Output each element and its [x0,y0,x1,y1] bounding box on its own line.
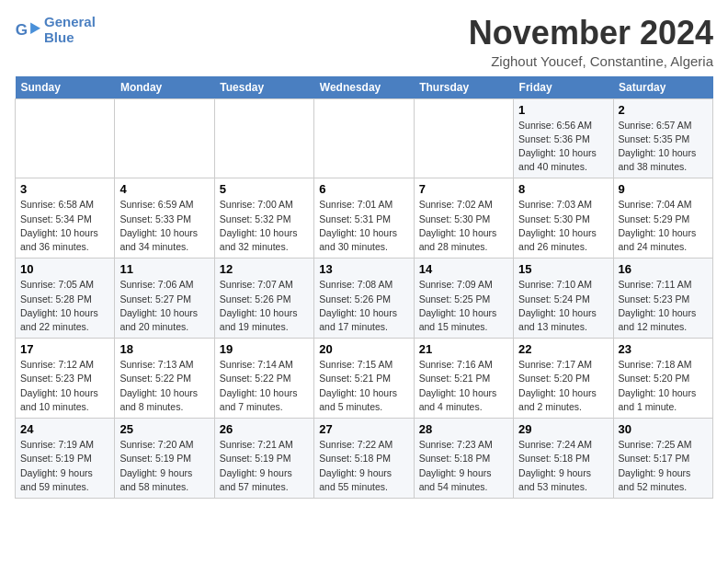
logo-text: General Blue [44,15,96,45]
day-number: 26 [220,422,309,436]
calendar-cell: 6Sunrise: 7:01 AMSunset: 5:31 PMDaylight… [314,178,414,259]
day-info: Sunrise: 7:00 AMSunset: 5:32 PMDaylight:… [220,198,309,254]
day-info: Sunrise: 6:57 AMSunset: 5:35 PMDaylight:… [619,119,708,175]
day-number: 20 [319,342,408,356]
page-header: G General Blue November 2024 Zighout You… [15,15,713,69]
calendar-cell: 19Sunrise: 7:14 AMSunset: 5:22 PMDayligh… [214,339,313,419]
day-number: 18 [119,342,209,356]
calendar-cell: 22Sunrise: 7:17 AMSunset: 5:20 PMDayligh… [514,339,613,419]
calendar-cell [314,98,414,178]
day-info: Sunrise: 7:05 AMSunset: 5:28 PMDaylight:… [20,278,109,334]
day-number: 21 [419,342,508,356]
month-title: November 2024 [469,15,713,52]
calendar-cell: 4Sunrise: 6:59 AMSunset: 5:33 PMDaylight… [115,178,214,259]
calendar-cell: 30Sunrise: 7:25 AMSunset: 5:17 PMDayligh… [613,419,712,499]
day-info: Sunrise: 7:18 AMSunset: 5:20 PMDaylight:… [619,358,708,414]
calendar-cell [115,98,214,178]
svg-text:G: G [16,21,28,39]
day-number: 15 [518,262,608,276]
day-number: 10 [20,262,109,276]
day-info: Sunrise: 6:56 AMSunset: 5:36 PMDaylight:… [518,119,608,175]
day-number: 4 [119,182,209,196]
calendar-body: 1Sunrise: 6:56 AMSunset: 5:36 PMDaylight… [16,98,713,498]
week-row-3: 10Sunrise: 7:05 AMSunset: 5:28 PMDayligh… [16,259,713,339]
day-number: 27 [319,422,408,436]
day-number: 13 [319,262,408,276]
day-info: Sunrise: 7:25 AMSunset: 5:17 PMDaylight:… [619,438,708,494]
day-info: Sunrise: 7:04 AMSunset: 5:29 PMDaylight:… [619,198,708,254]
day-number: 23 [619,342,708,356]
calendar-cell: 1Sunrise: 6:56 AMSunset: 5:36 PMDaylight… [514,98,613,178]
calendar-cell: 9Sunrise: 7:04 AMSunset: 5:29 PMDaylight… [613,178,712,259]
week-row-5: 24Sunrise: 7:19 AMSunset: 5:19 PMDayligh… [16,419,713,499]
day-number: 28 [419,422,508,436]
calendar-cell: 25Sunrise: 7:20 AMSunset: 5:19 PMDayligh… [115,419,214,499]
day-info: Sunrise: 7:16 AMSunset: 5:21 PMDaylight:… [419,358,508,414]
day-info: Sunrise: 7:11 AMSunset: 5:23 PMDaylight:… [619,278,708,334]
day-number: 11 [119,262,209,276]
day-number: 5 [220,182,309,196]
calendar-cell: 20Sunrise: 7:15 AMSunset: 5:21 PMDayligh… [314,339,414,419]
day-number: 29 [518,422,608,436]
day-header-friday: Friday [514,76,613,99]
logo: G General Blue [15,15,96,45]
location-subtitle: Zighout Youcef, Constantine, Algeria [469,53,713,69]
day-info: Sunrise: 7:21 AMSunset: 5:19 PMDaylight:… [220,438,309,494]
week-row-1: 1Sunrise: 6:56 AMSunset: 5:36 PMDaylight… [16,98,713,178]
calendar-cell: 23Sunrise: 7:18 AMSunset: 5:20 PMDayligh… [613,339,712,419]
day-info: Sunrise: 7:20 AMSunset: 5:19 PMDaylight:… [119,438,209,494]
day-info: Sunrise: 7:22 AMSunset: 5:18 PMDaylight:… [319,438,408,494]
calendar-cell [214,98,313,178]
calendar-cell: 15Sunrise: 7:10 AMSunset: 5:24 PMDayligh… [514,259,613,339]
calendar-cell: 21Sunrise: 7:16 AMSunset: 5:21 PMDayligh… [414,339,513,419]
title-block: November 2024 Zighout Youcef, Constantin… [469,15,713,69]
calendar-cell [414,98,513,178]
day-info: Sunrise: 6:58 AMSunset: 5:34 PMDaylight:… [20,198,109,254]
calendar-cell: 2Sunrise: 6:57 AMSunset: 5:35 PMDaylight… [613,98,712,178]
day-number: 14 [419,262,508,276]
day-info: Sunrise: 7:10 AMSunset: 5:24 PMDaylight:… [518,278,608,334]
week-row-4: 17Sunrise: 7:12 AMSunset: 5:23 PMDayligh… [16,339,713,419]
day-info: Sunrise: 7:13 AMSunset: 5:22 PMDaylight:… [119,358,209,414]
logo-icon: G [15,19,40,41]
day-info: Sunrise: 7:02 AMSunset: 5:30 PMDaylight:… [419,198,508,254]
calendar-cell: 13Sunrise: 7:08 AMSunset: 5:26 PMDayligh… [314,259,414,339]
day-info: Sunrise: 6:59 AMSunset: 5:33 PMDaylight:… [119,198,209,254]
day-info: Sunrise: 7:07 AMSunset: 5:26 PMDaylight:… [220,278,309,334]
calendar-cell: 7Sunrise: 7:02 AMSunset: 5:30 PMDaylight… [414,178,513,259]
day-header-wednesday: Wednesday [314,76,414,99]
calendar-cell: 18Sunrise: 7:13 AMSunset: 5:22 PMDayligh… [115,339,214,419]
day-number: 30 [619,422,708,436]
day-number: 7 [419,182,508,196]
calendar-cell: 27Sunrise: 7:22 AMSunset: 5:18 PMDayligh… [314,419,414,499]
day-number: 8 [518,182,608,196]
day-info: Sunrise: 7:08 AMSunset: 5:26 PMDaylight:… [319,278,408,334]
day-info: Sunrise: 7:09 AMSunset: 5:25 PMDaylight:… [419,278,508,334]
calendar-header: SundayMondayTuesdayWednesdayThursdayFrid… [16,76,713,99]
day-number: 12 [220,262,309,276]
day-header-monday: Monday [115,76,214,99]
calendar-cell: 10Sunrise: 7:05 AMSunset: 5:28 PMDayligh… [16,259,115,339]
calendar-cell: 26Sunrise: 7:21 AMSunset: 5:19 PMDayligh… [214,419,313,499]
day-header-saturday: Saturday [613,76,712,99]
calendar-cell: 28Sunrise: 7:23 AMSunset: 5:18 PMDayligh… [414,419,513,499]
day-info: Sunrise: 7:01 AMSunset: 5:31 PMDaylight:… [319,198,408,254]
calendar-table: SundayMondayTuesdayWednesdayThursdayFrid… [15,76,713,499]
calendar-cell: 17Sunrise: 7:12 AMSunset: 5:23 PMDayligh… [16,339,115,419]
calendar-cell: 8Sunrise: 7:03 AMSunset: 5:30 PMDaylight… [514,178,613,259]
day-info: Sunrise: 7:24 AMSunset: 5:18 PMDaylight:… [518,438,608,494]
calendar-cell: 14Sunrise: 7:09 AMSunset: 5:25 PMDayligh… [414,259,513,339]
day-info: Sunrise: 7:17 AMSunset: 5:20 PMDaylight:… [518,358,608,414]
calendar-cell [16,98,115,178]
day-number: 16 [619,262,708,276]
day-number: 25 [119,422,209,436]
day-info: Sunrise: 7:03 AMSunset: 5:30 PMDaylight:… [518,198,608,254]
day-info: Sunrise: 7:12 AMSunset: 5:23 PMDaylight:… [20,358,109,414]
day-number: 6 [319,182,408,196]
calendar-cell: 29Sunrise: 7:24 AMSunset: 5:18 PMDayligh… [514,419,613,499]
calendar-cell: 3Sunrise: 6:58 AMSunset: 5:34 PMDaylight… [16,178,115,259]
calendar-cell: 12Sunrise: 7:07 AMSunset: 5:26 PMDayligh… [214,259,313,339]
day-number: 17 [20,342,109,356]
day-number: 19 [220,342,309,356]
day-header-tuesday: Tuesday [214,76,313,99]
